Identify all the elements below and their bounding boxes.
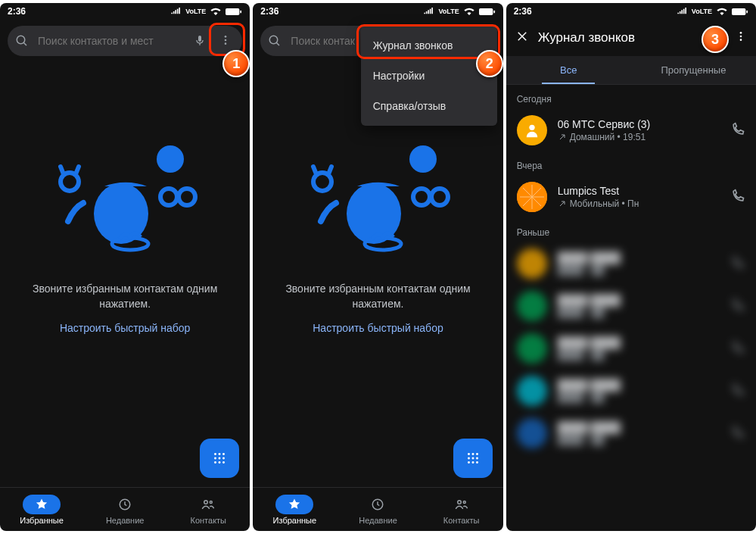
call-row[interactable]: 06 MTC Сервис (3) Домашний • 19:51 — [514, 109, 748, 151]
nav-contacts[interactable]: Контакты — [420, 488, 503, 531]
bottom-nav: Избранные Недавние Контакты — [253, 487, 502, 531]
avatar — [517, 115, 547, 145]
svg-point-14 — [214, 453, 216, 455]
status-bar: 2:36 VoLTE — [253, 3, 502, 20]
star-icon — [288, 498, 301, 511]
call-icon[interactable] — [730, 340, 745, 358]
call-row-blurred[interactable]: ████ ████████ • ██ — [514, 242, 748, 285]
nav-favorites-label: Избранные — [273, 516, 317, 525]
svg-point-15 — [219, 453, 221, 455]
empty-link[interactable]: Настроить быстрый набор — [60, 322, 190, 334]
call-icon[interactable] — [730, 255, 745, 273]
call-row-blurred[interactable]: ████ ████████ • ██ — [514, 412, 748, 454]
svg-rect-26 — [479, 8, 493, 14]
svg-rect-27 — [493, 10, 495, 13]
call-sub: Домашний • 19:51 — [558, 132, 720, 142]
wifi-icon — [463, 8, 475, 15]
signal-icon — [424, 8, 434, 15]
svg-point-4 — [225, 36, 227, 38]
svg-point-11 — [179, 189, 195, 205]
nav-recent-label: Недавние — [359, 516, 397, 525]
outgoing-icon — [558, 133, 567, 142]
close-icon[interactable] — [515, 30, 529, 47]
menu-help[interactable]: Справка/отзыв — [361, 91, 497, 121]
svg-rect-49 — [732, 8, 745, 14]
overflow-menu: Журнал звонков Настройки Справка/отзыв — [361, 26, 497, 126]
tab-missed[interactable]: Пропущенные — [631, 56, 756, 84]
svg-point-47 — [457, 500, 461, 504]
clock-icon — [371, 498, 384, 511]
svg-point-19 — [222, 457, 225, 460]
svg-point-24 — [204, 500, 208, 504]
svg-point-48 — [463, 501, 465, 503]
svg-point-7 — [157, 145, 184, 173]
call-name: Lumpics Test — [558, 185, 720, 197]
more-icon[interactable] — [216, 31, 235, 52]
call-icon[interactable] — [730, 189, 745, 206]
call-row-blurred[interactable]: ████ ████████ • ██ — [514, 370, 748, 412]
svg-point-55 — [740, 39, 742, 41]
svg-point-6 — [225, 42, 227, 45]
tab-all[interactable]: Все — [506, 56, 631, 84]
call-row-blurred[interactable]: ████ ████████ • ██ — [514, 285, 748, 327]
svg-point-42 — [476, 457, 478, 460]
svg-rect-1 — [241, 10, 242, 13]
call-icon[interactable] — [730, 122, 745, 139]
call-icon[interactable] — [730, 298, 745, 315]
call-row[interactable]: Lumpics Test Мобильный • Пн — [514, 176, 748, 218]
history-list[interactable]: Сегодня 06 MTC Сервис (3) Домашний • 19:… — [506, 85, 756, 531]
signal-icon — [677, 8, 688, 15]
more-icon[interactable] — [735, 30, 747, 46]
menu-settings[interactable]: Настройки — [361, 61, 497, 91]
history-header: Журнал звонков — [506, 20, 756, 56]
call-icon[interactable] — [730, 383, 745, 400]
call-icon[interactable] — [730, 425, 745, 442]
nav-favorites-label: Избранные — [20, 516, 64, 525]
svg-point-10 — [160, 189, 177, 205]
empty-title: Звоните избранным контактам одним нажати… — [283, 282, 472, 311]
search-bar[interactable] — [8, 26, 242, 56]
svg-rect-0 — [226, 8, 239, 14]
dialpad-fab[interactable] — [200, 439, 239, 478]
nav-contacts-label: Контакты — [191, 516, 227, 525]
call-row-blurred[interactable]: ████ ████████ • ██ — [514, 327, 748, 370]
avatar — [517, 291, 547, 321]
search-input[interactable] — [36, 34, 183, 48]
mic-icon[interactable] — [191, 31, 209, 52]
nav-recent[interactable]: Недавние — [83, 488, 166, 531]
nav-favorites[interactable]: Избранные — [0, 488, 83, 531]
bottom-nav: Избранные Недавние Контакты — [0, 487, 250, 531]
menu-call-log[interactable]: Журнал звонков — [361, 30, 497, 61]
contacts-icon — [201, 498, 215, 511]
history-title: Журнал звонков — [538, 30, 726, 45]
wifi-icon — [210, 8, 222, 15]
svg-point-38 — [471, 453, 474, 455]
dialpad-fab[interactable] — [453, 439, 493, 478]
svg-point-44 — [471, 461, 474, 464]
volte-label: VoLTE — [185, 8, 206, 15]
svg-point-5 — [225, 39, 227, 41]
empty-favorites: Звоните избранным контактам одним нажати… — [253, 62, 502, 487]
favorites-illustration — [38, 138, 212, 259]
section-earlier: Раньше — [514, 218, 748, 242]
call-sub: Мобильный • Пн — [558, 198, 720, 209]
history-tabs: Все Пропущенные — [506, 56, 756, 85]
search-icon — [268, 34, 282, 48]
volte-label: VoLTE — [438, 8, 459, 15]
svg-point-28 — [270, 36, 278, 44]
nav-contacts[interactable]: Контакты — [166, 488, 250, 531]
svg-point-45 — [476, 461, 478, 464]
section-today: Сегодня — [514, 85, 748, 109]
avatar — [517, 376, 547, 406]
status-time: 2:36 — [8, 6, 26, 17]
outgoing-icon — [558, 199, 567, 208]
svg-point-34 — [431, 189, 448, 205]
screen-1-favorites: 2:36 VoLTE — [0, 3, 250, 531]
empty-link[interactable]: Настроить быстрый набор — [313, 322, 443, 334]
nav-recent[interactable]: Недавние — [336, 488, 419, 531]
avatar — [517, 248, 547, 279]
svg-point-21 — [219, 461, 221, 464]
nav-favorites[interactable]: Избранные — [253, 488, 336, 531]
svg-point-39 — [476, 453, 478, 455]
nav-recent-label: Недавние — [106, 516, 145, 525]
